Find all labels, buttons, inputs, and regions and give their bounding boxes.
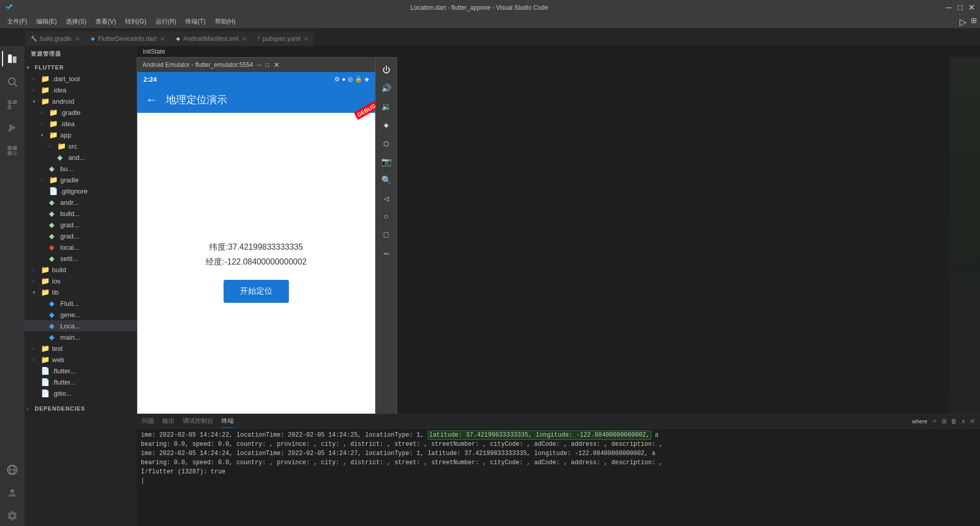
sidebar-item-grad1[interactable]: › ◆ grad... xyxy=(24,219,137,230)
vpn-icon: 🔒 xyxy=(355,76,362,83)
remote-activity-icon[interactable] xyxy=(2,460,22,480)
sidebar-item-idea[interactable]: › 📁 .idea xyxy=(24,84,137,95)
terminal-line4: bearing: 0.0, speed: 0.0, country: , pro… xyxy=(141,458,976,467)
emulator-minimize-btn[interactable]: ─ xyxy=(257,61,262,68)
power-btn[interactable]: ⏻ xyxy=(378,62,395,78)
run-activity-icon[interactable] xyxy=(2,117,22,138)
back-button[interactable]: ← xyxy=(145,92,158,107)
menu-view[interactable]: 查看(V) xyxy=(91,16,120,27)
terminal-kill-btn[interactable]: 🗑 xyxy=(951,418,957,425)
extensions-activity-icon[interactable] xyxy=(2,140,22,161)
back-emulator-btn[interactable]: ◁ xyxy=(378,190,395,207)
sidebar-item-build-dir[interactable]: › 📁 build xyxy=(24,264,137,275)
sidebar-item-gitignore[interactable]: › 📄 .gitignore xyxy=(24,185,137,197)
menu-terminal[interactable]: 终端(T) xyxy=(181,16,209,27)
square-btn[interactable]: □ xyxy=(378,227,395,244)
sidebar-item-main[interactable]: › ◆ main... xyxy=(24,331,137,343)
menu-help[interactable]: 帮助(H) xyxy=(211,16,240,27)
volume-up-btn[interactable]: 🔊 xyxy=(378,80,395,97)
source-control-activity-icon[interactable] xyxy=(2,94,22,115)
build-gradle-icon: 🔧 xyxy=(31,36,37,41)
sidebar-item-flutter1[interactable]: › 📄 .flutter... xyxy=(24,365,137,376)
search-activity-icon[interactable] xyxy=(2,71,22,92)
emulator-maximize-btn[interactable]: □ xyxy=(265,61,269,68)
sidebar-item-app[interactable]: ▾ 📁 app xyxy=(24,129,137,140)
phone-content: 纬度:37.42199833333335 经度:-122.08400000000… xyxy=(137,113,375,414)
circle-btn[interactable]: ○ xyxy=(378,209,395,225)
menu-edit[interactable]: 编辑(E) xyxy=(32,16,61,27)
sidebar-item-ios[interactable]: › 📁 ios xyxy=(24,275,137,286)
sidebar-item-src[interactable]: › 📁 src xyxy=(24,140,137,152)
emulator-close-btn[interactable]: ✕ xyxy=(274,61,280,69)
rotate-btn[interactable]: ◆ xyxy=(378,117,395,133)
sidebar-item-gitio[interactable]: › 📄 .gitio... xyxy=(24,388,137,399)
sidebar-item-flutter2[interactable]: › 📄 .flutter... xyxy=(24,376,137,388)
settings-activity-icon[interactable] xyxy=(2,506,22,526)
start-location-button[interactable]: 开始定位 xyxy=(224,280,289,303)
sidebar-item-test[interactable]: › 📁 test xyxy=(24,343,137,354)
sidebar-item-grad2[interactable]: › ◆ grad... xyxy=(24,230,137,242)
sidebar-item-dependencies[interactable]: › DEPENDENCIES xyxy=(24,403,137,414)
explorer-activity-icon[interactable] xyxy=(2,49,22,69)
svg-rect-12 xyxy=(8,151,12,155)
menu-file[interactable]: 文件(F) xyxy=(3,16,31,27)
terminal-add-btn[interactable]: ＋ xyxy=(932,417,938,425)
svg-point-2 xyxy=(9,78,15,85)
sidebar-item-setti[interactable]: › ◆ setti... xyxy=(24,253,137,264)
svg-rect-13 xyxy=(13,151,17,155)
menu-run[interactable]: 运行(R) xyxy=(152,16,181,27)
tab-terminal[interactable]: 终端 xyxy=(222,415,234,428)
sidebar-item-gradle-dir[interactable]: › 📁 gradle xyxy=(24,174,137,185)
sidebar-item-web[interactable]: › 📁 web xyxy=(24,354,137,365)
sidebar-item-lib[interactable]: ▾ 📁 lib xyxy=(24,286,137,298)
sidebar-item-idea2[interactable]: › 📁 .idea xyxy=(24,118,137,129)
menu-goto[interactable]: 转到(G) xyxy=(121,16,150,27)
tab-close-icon[interactable]: ✕ xyxy=(75,35,81,43)
tab-close-flutter-icon[interactable]: ✕ xyxy=(160,35,166,43)
sidebar-item-loca[interactable]: › ◆ Loca... xyxy=(24,320,137,331)
tab-close-pubspec-icon[interactable]: ✕ xyxy=(303,35,309,43)
where-label: where xyxy=(912,418,927,424)
tab-close-manifest-icon[interactable]: ✕ xyxy=(241,35,248,43)
close-button[interactable]: ✕ xyxy=(968,4,975,11)
tab-flutter-device-info[interactable]: ◆ FlutterDeviceInfo.dart ✕ xyxy=(86,31,171,46)
split-icon[interactable]: ⊞ xyxy=(971,16,977,28)
tab-debug-console[interactable]: 调试控制台 xyxy=(183,415,213,427)
sidebar-item-android[interactable]: ▾ 📁 android xyxy=(24,95,137,107)
sidebar-item-gene[interactable]: › ◆ gene... xyxy=(24,309,137,320)
sidebar-item-local[interactable]: › ◆ local... xyxy=(24,242,137,253)
sidebar-item-build[interactable]: › ◆ build... xyxy=(24,208,137,219)
maximize-button[interactable]: □ xyxy=(957,4,964,11)
tab-android-manifest[interactable]: ◆ AndroidManifest.xml ✕ xyxy=(171,31,253,46)
sidebar-item-flutt[interactable]: › ◆ Flutt... xyxy=(24,298,137,309)
sidebar: 资源管理器 ▾ FLUTTER › 📁 .dart_tool › 📁 .idea… xyxy=(24,46,137,526)
terminal-line3: ime: 2022-02-05 14:24:24, locationTime: … xyxy=(141,449,976,458)
terminal-maximize-btn[interactable]: ∧ xyxy=(961,418,966,425)
sidebar-item-and[interactable]: › ◆ and... xyxy=(24,152,137,163)
menu-select[interactable]: 选择(S) xyxy=(62,16,90,27)
minimize-button[interactable]: ─ xyxy=(945,4,952,11)
fold-btn[interactable]: ◯ xyxy=(378,135,395,152)
more-btn[interactable]: ⋯ xyxy=(378,246,395,262)
sidebar-item-gradle[interactable]: › 📁 .gradle xyxy=(24,107,137,118)
location-icon: ◈ xyxy=(364,76,369,83)
vscode-icon xyxy=(5,4,13,12)
sidebar-item-dart-tool[interactable]: › 📁 .dart_tool xyxy=(24,73,137,84)
screenshot-btn[interactable]: 📷 xyxy=(378,154,395,170)
sidebar-project-root[interactable]: ▾ FLUTTER xyxy=(24,62,137,73)
terminal-split-btn[interactable]: ⊞ xyxy=(942,418,947,425)
run-icon[interactable]: ▷ xyxy=(960,16,967,28)
terminal-close-btn[interactable]: ✕ xyxy=(970,418,975,425)
volume-down-btn[interactable]: 🔉 xyxy=(378,99,395,115)
zoom-btn[interactable]: 🔍 xyxy=(378,172,395,188)
accounts-activity-icon[interactable] xyxy=(2,483,22,503)
sidebar-item-andr[interactable]: › ◆ andr... xyxy=(24,197,137,208)
sidebar-item-bu[interactable]: › ◆ bu... xyxy=(24,163,137,174)
tab-pubspec[interactable]: ! pubspec.yaml ✕ xyxy=(253,31,314,46)
tab-output[interactable]: 输出 xyxy=(162,415,175,427)
svg-rect-10 xyxy=(8,146,12,150)
tab-build-gradle[interactable]: 🔧 build.gradle ✕ xyxy=(26,31,86,46)
phone-appbar: ← 地理定位演示 DEBUG xyxy=(137,86,375,113)
breadcrumb: initState xyxy=(137,46,980,57)
tab-problems[interactable]: 问题 xyxy=(142,415,154,427)
